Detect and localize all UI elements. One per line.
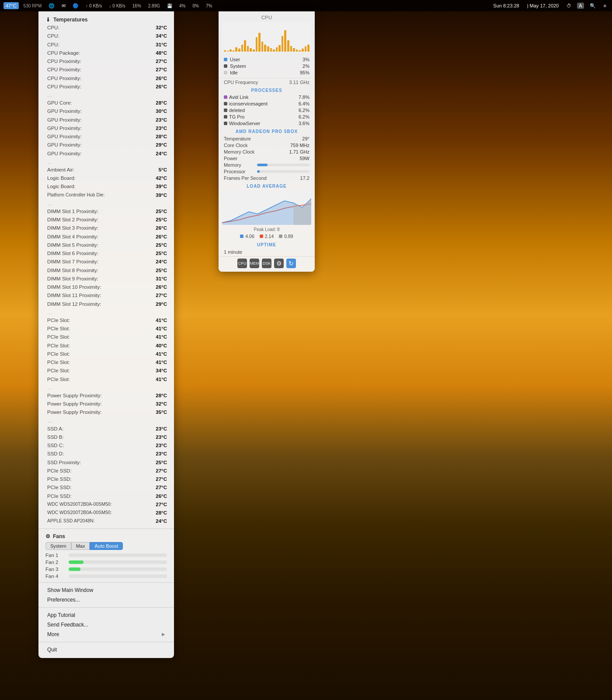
menubar-cpu[interactable]: 16% <box>130 3 143 9</box>
fans-icon: ⚙ <box>45 533 50 539</box>
menubar-datetime: Sun 8:23:28 <box>491 2 521 9</box>
settings-icon-button[interactable]: ⚙ <box>274 259 284 268</box>
dimm-6: DIMM Slot 6 Proximity:25°C <box>38 249 174 258</box>
load-15min-value: 0.89 <box>284 234 293 239</box>
ssd-prox: SSD Proximity:25°C <box>38 458 174 467</box>
load-1min-dot <box>240 234 243 238</box>
divider-1: … <box>38 91 174 99</box>
gpu-prox-3: GPU Proximity:23°C <box>38 124 174 133</box>
time-machine-icon[interactable]: ⏱ <box>564 2 574 9</box>
cpu-bar <box>256 37 258 52</box>
dimm-11: DIMM Slot 11 Proximity:27°C <box>38 291 174 300</box>
menubar-icon-mail: ✉ <box>59 2 68 10</box>
preferences-item[interactable]: Preferences... <box>38 595 174 605</box>
psu-1: Power Supply Proximity:28°C <box>38 392 174 400</box>
cpu-bar <box>247 46 249 52</box>
dimm-2: DIMM Slot 2 Proximity:25°C <box>38 216 174 224</box>
separator-3 <box>38 642 174 642</box>
dimm-12: DIMM Slot 12 Proximity:29°C <box>38 300 174 308</box>
accessibility-icon[interactable]: A <box>577 3 584 9</box>
dimm-9: DIMM Slot 9 Proximity:31°C <box>38 275 174 283</box>
control-center-icon[interactable]: ≡ <box>602 2 609 9</box>
cpu-bar <box>241 45 243 52</box>
load-15min: 0.89 <box>279 234 293 239</box>
cpu-bar <box>250 48 252 52</box>
separator-menu <box>38 582 174 583</box>
send-feedback-item[interactable]: Send Feedback... <box>38 620 174 630</box>
gpu-prox-4: GPU Proximity:28°C <box>38 133 174 141</box>
fan-3-bar <box>69 567 80 571</box>
fan-1-bar-container <box>69 553 167 557</box>
refresh-icon-button[interactable]: ↻ <box>286 259 296 268</box>
pcie-3: PCIe Slot:41°C <box>38 333 174 341</box>
gpu-prox-5: GPU Proximity:29°C <box>38 141 174 149</box>
pcie-2: PCIe Slot:41°C <box>38 325 174 333</box>
cpu-bar <box>299 50 301 52</box>
cpu-idle-stat: Idle 95% <box>224 69 309 76</box>
rpm-badge: 530 RPM <box>21 3 44 9</box>
load-5min-dot <box>260 234 263 238</box>
fan-1-label: Fan 1 <box>45 553 65 558</box>
wdc-1: WDC WDS200T2B0A-00SM50:27°C <box>38 500 174 509</box>
cpu-icon-button[interactable]: CPU <box>237 259 247 268</box>
menubar-battery2: 0% <box>190 3 201 9</box>
fans-title: ⚙ Fans <box>38 532 174 540</box>
pcie-6: PCIe Slot:41°C <box>38 358 174 367</box>
cpu-bar <box>273 49 275 52</box>
gpu-prox-2: GPU Proximity:23°C <box>38 116 174 124</box>
gpu-processor-bar-container <box>257 170 309 173</box>
process-avid-link: Avid Link 7.8% <box>219 94 315 100</box>
deleted-dot <box>224 108 227 112</box>
pcie-1: PCIe Slot:41°C <box>38 316 174 325</box>
fan-row-4: Fan 4 <box>38 573 174 580</box>
pcie-4: PCIe Slot:40°C <box>38 342 174 350</box>
menubar-wifi: 7% <box>204 3 214 9</box>
cpu-stats: User 3% System 2% Idle 95% <box>219 55 315 77</box>
cpu-bar <box>282 36 284 52</box>
menubar-right: Sun 8:23:28 | May 17, 2020 ⏱ A 🔍 ≡ <box>491 2 609 10</box>
avid-dot <box>224 95 227 99</box>
spotlight-icon[interactable]: 🔍 <box>588 2 598 10</box>
gpu-prox-1: GPU Proximity:30°C <box>38 107 174 116</box>
cpu-bar <box>278 45 281 52</box>
cpu-bar <box>264 45 266 52</box>
cpu-package-temp: CPU Package:48°C <box>38 49 174 57</box>
cpu-bar <box>233 50 235 52</box>
separator-fans <box>38 528 174 529</box>
load-5min-value: 2.14 <box>265 234 274 239</box>
cpu-bar <box>235 47 237 52</box>
fans-tab-max[interactable]: Max <box>71 542 90 550</box>
processes-title: PROCESSES <box>219 86 315 94</box>
fans-tab-system[interactable]: System <box>45 542 71 550</box>
menubar-memory: 2.89G <box>146 3 162 9</box>
cpu-temp-row-3: CPU:31°C <box>38 41 174 49</box>
fans-tabs: System Max Auto Boost <box>38 540 174 552</box>
gpu-fps: Frames Per Second 17.2 <box>219 175 315 181</box>
quit-item[interactable]: Quit <box>38 645 174 654</box>
show-main-window-item[interactable]: Show Main Window <box>38 585 174 595</box>
gpu-temp: Temperature 29° <box>219 135 315 142</box>
cpu-bar <box>238 49 240 52</box>
idle-label: Idle <box>230 70 297 75</box>
menubar-date: | May 17, 2020 <box>525 2 561 9</box>
process-windowserver: WindowServer 3.6% <box>219 120 315 126</box>
cpu-bar <box>293 48 295 52</box>
fan-2-bar-container <box>69 560 167 564</box>
cpu-prox-2: CPU Proximity:27°C <box>38 66 174 74</box>
disk-icon-button[interactable]: DSK <box>262 259 271 268</box>
memory-icon-button[interactable]: MEM <box>250 259 259 268</box>
fans-tab-autoboost[interactable]: Auto Boost <box>90 542 123 550</box>
cpu-bar <box>284 30 286 52</box>
load-1min: 4.06 <box>240 234 254 239</box>
gpu-prox-6: GPU Proximity:24°C <box>38 150 174 158</box>
load-15min-dot <box>279 234 282 238</box>
fps-label: Frames Per Second <box>224 175 267 181</box>
idle-dot <box>224 71 227 74</box>
temp-badge[interactable]: 47°C <box>3 2 19 9</box>
divider-4: … <box>38 308 174 316</box>
fan-4-bar-container <box>69 574 167 578</box>
more-item[interactable]: More ▶ <box>38 630 174 639</box>
load-5min: 2.14 <box>260 234 274 239</box>
ssd-c: SSD C:23°C <box>38 441 174 450</box>
app-tutorial-item[interactable]: App Tutorial <box>38 610 174 620</box>
